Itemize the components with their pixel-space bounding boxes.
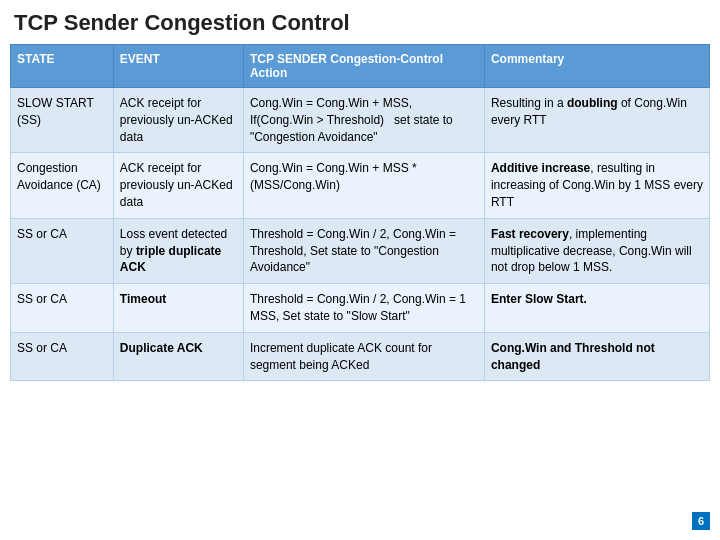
cell-event: Duplicate ACK xyxy=(113,332,243,381)
page-badge: 6 xyxy=(692,512,710,530)
table-row: SLOW START (SS)ACK receipt for previousl… xyxy=(11,88,710,153)
cell-action: Cong.Win = Cong.Win + MSS * (MSS/Cong.Wi… xyxy=(243,153,484,218)
cell-commentary: Resulting in a doubling of Cong.Win ever… xyxy=(484,88,709,153)
cell-state: SS or CA xyxy=(11,218,114,283)
page-title: TCP Sender Congestion Control xyxy=(10,10,710,36)
cell-state: Congestion Avoidance (CA) xyxy=(11,153,114,218)
congestion-table: STATE EVENT TCP SENDER Congestion-Contro… xyxy=(10,44,710,381)
table-row: SS or CADuplicate ACKIncrement duplicate… xyxy=(11,332,710,381)
cell-commentary: Cong.Win and Threshold not changed xyxy=(484,332,709,381)
cell-event: Timeout xyxy=(113,284,243,333)
cell-commentary: Fast recovery, implementing multiplicati… xyxy=(484,218,709,283)
cell-commentary: Additive increase, resulting in increasi… xyxy=(484,153,709,218)
cell-event: ACK receipt for previously un-ACKed data xyxy=(113,153,243,218)
cell-event: Loss event detected by triple duplicate … xyxy=(113,218,243,283)
cell-state: SS or CA xyxy=(11,284,114,333)
table-row: SS or CATimeoutThreshold = Cong.Win / 2,… xyxy=(11,284,710,333)
cell-action: Threshold = Cong.Win / 2, Cong.Win = Thr… xyxy=(243,218,484,283)
cell-event: ACK receipt for previously un-ACKed data xyxy=(113,88,243,153)
col-header-event: EVENT xyxy=(113,45,243,88)
col-header-state: STATE xyxy=(11,45,114,88)
table-row: Congestion Avoidance (CA)ACK receipt for… xyxy=(11,153,710,218)
cell-state: SS or CA xyxy=(11,332,114,381)
cell-action: Increment duplicate ACK count for segmen… xyxy=(243,332,484,381)
cell-action: Cong.Win = Cong.Win + MSS, If(Cong.Win >… xyxy=(243,88,484,153)
table-row: SS or CALoss event detected by triple du… xyxy=(11,218,710,283)
col-header-action: TCP SENDER Congestion-Control Action xyxy=(243,45,484,88)
cell-commentary: Enter Slow Start. xyxy=(484,284,709,333)
col-header-commentary: Commentary xyxy=(484,45,709,88)
cell-action: Threshold = Cong.Win / 2, Cong.Win = 1 M… xyxy=(243,284,484,333)
cell-state: SLOW START (SS) xyxy=(11,88,114,153)
